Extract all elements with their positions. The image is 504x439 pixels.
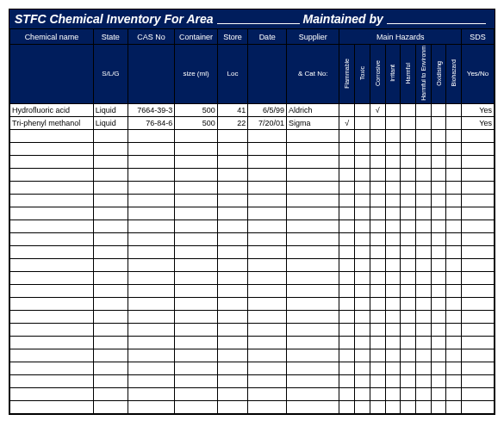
cell-supplier — [287, 194, 339, 207]
cell-date — [248, 387, 287, 400]
hdr-state: State — [93, 29, 128, 45]
cell-haz-7 — [446, 116, 462, 129]
cell-haz-4 — [401, 258, 416, 271]
cell-haz-7 — [446, 168, 462, 181]
cell-haz-1 — [355, 232, 370, 245]
hdr-hazards: Main Hazards — [339, 29, 462, 45]
cell-date — [248, 336, 287, 349]
cell-name — [10, 207, 94, 220]
cell-haz-6 — [431, 297, 446, 310]
cell-haz-5 — [415, 297, 431, 310]
cell-haz-1 — [355, 374, 370, 387]
cell-haz-0 — [339, 400, 355, 413]
cell-haz-6 — [431, 232, 446, 245]
title-bar: STFC Chemical Inventory For Area Maintai… — [9, 9, 495, 28]
cell-haz-4 — [401, 116, 416, 129]
cell-size — [175, 168, 218, 181]
hdr2-haz-4: Harmful — [401, 45, 416, 104]
cell-haz-1 — [355, 116, 370, 129]
cell-haz-2 — [370, 245, 385, 258]
cell-haz-1 — [355, 400, 370, 413]
cell-sds — [462, 310, 495, 323]
cell-name — [10, 374, 94, 387]
cell-loc — [217, 181, 247, 194]
cell-size — [175, 400, 218, 413]
cell-state — [93, 374, 128, 387]
cell-cas — [128, 387, 174, 400]
cell-haz-6 — [431, 207, 446, 220]
cell-haz-3 — [385, 323, 401, 336]
cell-haz-0 — [339, 297, 355, 310]
cell-size — [175, 349, 218, 362]
cell-haz-0 — [339, 284, 355, 297]
cell-loc — [217, 284, 247, 297]
cell-size: 500 — [175, 103, 218, 116]
cell-loc — [217, 220, 247, 232]
cell-size — [175, 142, 218, 155]
cell-cas: 7664-39-3 — [128, 103, 174, 116]
cell-haz-3 — [385, 245, 401, 258]
cell-sds — [462, 387, 495, 400]
cell-state — [93, 194, 128, 207]
cell-haz-7 — [446, 336, 462, 349]
cell-haz-2: √ — [370, 103, 385, 116]
cell-haz-3 — [385, 258, 401, 271]
cell-state — [93, 349, 128, 362]
cell-haz-1 — [355, 142, 370, 155]
cell-haz-7 — [446, 142, 462, 155]
cell-haz-0 — [339, 362, 355, 374]
cell-haz-4 — [401, 349, 416, 362]
cell-haz-6 — [431, 181, 446, 194]
table-row: Tri-phenyl methanolLiquid76-84-6500227/2… — [10, 116, 495, 129]
cell-size — [175, 232, 218, 245]
cell-sds — [462, 194, 495, 207]
cell-sds — [462, 207, 495, 220]
cell-haz-5 — [415, 181, 431, 194]
hdr2-container: size (ml) — [175, 45, 218, 104]
cell-haz-1 — [355, 103, 370, 116]
cell-supplier — [287, 220, 339, 232]
cell-sds — [462, 284, 495, 297]
inventory-table: Chemical name State CAS No Container Sto… — [9, 28, 495, 414]
cell-supplier — [287, 258, 339, 271]
cell-haz-4 — [401, 310, 416, 323]
cell-sds — [462, 129, 495, 142]
cell-haz-4 — [401, 207, 416, 220]
cell-name — [10, 284, 94, 297]
cell-size — [175, 129, 218, 142]
cell-haz-2 — [370, 232, 385, 245]
table-row — [10, 245, 495, 258]
cell-supplier — [287, 374, 339, 387]
cell-name — [10, 297, 94, 310]
cell-loc — [217, 194, 247, 207]
cell-cas — [128, 297, 174, 310]
cell-haz-1 — [355, 362, 370, 374]
table-row: Hydrofluoric acidLiquid7664-39-3500416/5… — [10, 103, 495, 116]
hdr2-cas — [128, 45, 174, 104]
cell-haz-1 — [355, 220, 370, 232]
cell-haz-2 — [370, 142, 385, 155]
cell-loc — [217, 245, 247, 258]
cell-name — [10, 400, 94, 413]
cell-haz-4 — [401, 400, 416, 413]
cell-date — [248, 168, 287, 181]
cell-cas — [128, 349, 174, 362]
cell-haz-7 — [446, 129, 462, 142]
cell-haz-6 — [431, 271, 446, 284]
cell-haz-4 — [401, 374, 416, 387]
cell-haz-5 — [415, 103, 431, 116]
cell-haz-3 — [385, 400, 401, 413]
cell-sds — [462, 155, 495, 168]
cell-supplier — [287, 271, 339, 284]
cell-haz-7 — [446, 220, 462, 232]
hdr2-date — [248, 45, 287, 104]
cell-loc: 41 — [217, 103, 247, 116]
hdr2-haz-7: Biohazard — [446, 45, 462, 104]
table-row — [10, 129, 495, 142]
cell-loc — [217, 155, 247, 168]
cell-size — [175, 336, 218, 349]
cell-haz-6 — [431, 349, 446, 362]
cell-sds — [462, 400, 495, 413]
cell-haz-0 — [339, 323, 355, 336]
cell-sds — [462, 297, 495, 310]
